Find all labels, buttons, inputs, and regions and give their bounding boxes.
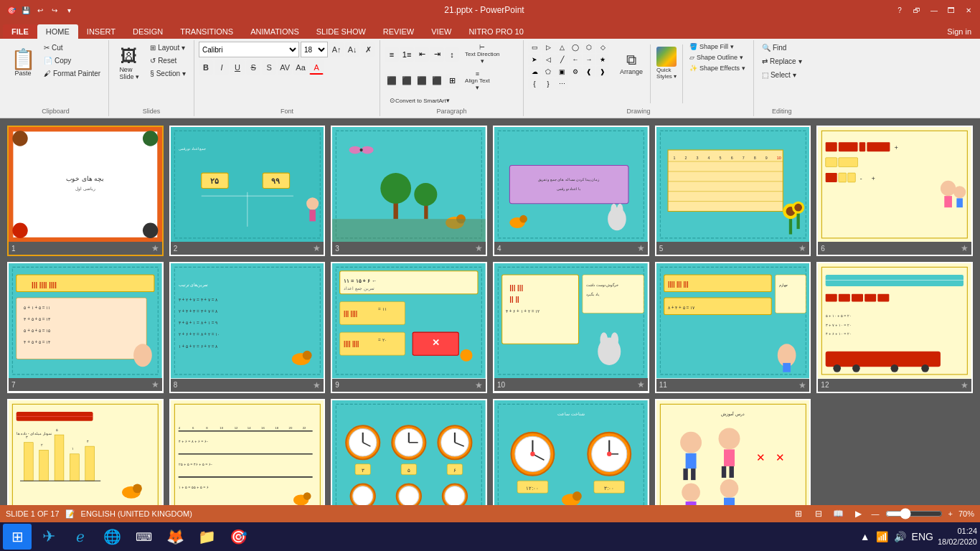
- shape-star[interactable]: ★: [596, 54, 609, 65]
- align-center-button[interactable]: ⬛: [400, 74, 414, 88]
- justify-button[interactable]: ⬛: [430, 74, 444, 88]
- decrease-font-button[interactable]: A↓: [345, 42, 359, 57]
- tab-review[interactable]: REVIEW: [374, 24, 423, 39]
- font-name-select[interactable]: Calibri: [199, 42, 299, 57]
- slide-item-1[interactable]: بچه های خوب ریاضی اول 1 ★: [7, 126, 164, 256]
- slide-item-5[interactable]: 1 2 3 4 5 6 7 8 9 10: [655, 126, 811, 256]
- slide-star-6[interactable]: ★: [961, 243, 969, 253]
- shape-diamond[interactable]: ◇: [596, 42, 609, 53]
- undo-quick-icon[interactable]: ↩: [34, 4, 46, 16]
- shape-right-arrow[interactable]: ➤: [528, 54, 541, 65]
- language[interactable]: ENGLISH (UNITED KINGDOM): [81, 509, 192, 518]
- slide-item-7[interactable]: ||| |||| |||| ۵ + ۱ + ۵ = ۱۱ ۳ + ۵ + ۵ =…: [7, 262, 164, 392]
- shape-gear[interactable]: ⚙: [569, 66, 582, 77]
- taskbar-ie2[interactable]: 🌐: [98, 524, 126, 550]
- align-right-button[interactable]: ⬛: [415, 74, 429, 88]
- shape-pent[interactable]: ⬠: [542, 66, 555, 77]
- zoom-slider[interactable]: [885, 508, 943, 519]
- slide-star-5[interactable]: ★: [798, 243, 806, 253]
- shape-brace-l[interactable]: {: [528, 78, 541, 90]
- save-quick-icon[interactable]: 💾: [20, 4, 32, 16]
- slide-item-10[interactable]: ||| ||| || || ۴ + ۶ + ۱ + ۲ = ۱۲ خرگوش د…: [493, 262, 649, 392]
- slide-sorter-button[interactable]: ⊟: [811, 507, 826, 521]
- tab-nitro[interactable]: NITRO PRO 10: [460, 24, 532, 39]
- cut-button[interactable]: ✂ Cut: [40, 42, 104, 54]
- increase-indent-button[interactable]: ⇥: [430, 47, 444, 62]
- layout-button[interactable]: ⊞ Layout ▾: [146, 42, 189, 54]
- tab-design[interactable]: DESIGN: [124, 24, 171, 39]
- new-slide-button[interactable]: 🖼 NewSlide ▾: [113, 42, 145, 85]
- replace-button[interactable]: ⇄ Replace ▾: [758, 55, 806, 67]
- slide-item-8[interactable]: تمرین‌های ترتیب ۳ + ۲ + ۷ = ۴ + ۷ = ۸ ۲ …: [169, 262, 326, 392]
- normal-view-button[interactable]: ⊞: [791, 507, 806, 521]
- shape-brace-r[interactable]: }: [542, 78, 555, 90]
- tray-arrow[interactable]: ▲: [859, 529, 872, 544]
- zoom-level[interactable]: 70%: [958, 509, 974, 518]
- slide-item-11[interactable]: |||| ||| ||| ۸ + ۴ + ۵ = ۱۷ چهارم 11 ★: [655, 262, 811, 392]
- start-button[interactable]: ⊞: [3, 524, 32, 550]
- format-painter-button[interactable]: 🖌 Format Painter: [40, 67, 104, 80]
- slide-star-7[interactable]: ★: [151, 380, 159, 390]
- shape-fill-button[interactable]: 🪣 Shape Fill ▾: [686, 42, 749, 52]
- shape-arrow[interactable]: ▷: [542, 42, 555, 53]
- shape-line[interactable]: ╱: [555, 54, 568, 65]
- slide-item-15[interactable]: ۳ ۵ ۶ 15 ★: [331, 399, 487, 506]
- slide-item-9[interactable]: ۱۱ = ۱۵ + ۶ ← تمرین جمع اعداد ||| |||| =…: [331, 262, 487, 392]
- align-text-button[interactable]: ≡ Align Text ▾: [460, 68, 495, 93]
- slide-star-2[interactable]: ★: [313, 243, 321, 253]
- taskbar-folder[interactable]: 📁: [192, 524, 221, 550]
- shape-outline-button[interactable]: ▱ Shape Outline ▾: [686, 52, 749, 62]
- restore-icon[interactable]: 🗗: [911, 4, 923, 16]
- redo-quick-icon[interactable]: ↪: [49, 4, 60, 16]
- slide-star-9[interactable]: ★: [475, 380, 483, 390]
- strikethrough-button[interactable]: S: [246, 60, 260, 75]
- clear-format-button[interactable]: ✗: [361, 42, 375, 57]
- convert-smartart-button[interactable]: ⊙ Convert to SmartArt ▾: [385, 95, 455, 106]
- close-icon[interactable]: ✕: [963, 4, 974, 16]
- shape-left-arrow[interactable]: ◁: [542, 54, 555, 65]
- shape-circle[interactable]: ◯: [569, 42, 582, 53]
- shape-bracket-r[interactable]: ❱: [596, 66, 609, 77]
- shape-rect[interactable]: ▭: [528, 42, 541, 53]
- columns-button[interactable]: ⊞: [445, 74, 459, 88]
- italic-button[interactable]: I: [215, 60, 229, 75]
- slide-item-12[interactable]: ۵ + ۱۰ + ۵ = ۲۰ ۳ + ۷ + ۱۰ = ۲۰ ۴ + ۶ + …: [816, 262, 973, 392]
- sign-in-button[interactable]: Sign in: [941, 24, 977, 39]
- zoom-in-icon[interactable]: +: [948, 509, 953, 518]
- tab-insert[interactable]: INSERT: [78, 24, 124, 39]
- slide-item-6[interactable]: + - + 6 ★: [816, 126, 973, 256]
- help-icon[interactable]: ?: [894, 4, 905, 16]
- section-button[interactable]: § Section ▾: [146, 67, 189, 80]
- font-size-select[interactable]: 18: [301, 42, 328, 57]
- slide-panel[interactable]: بچه های خوب ریاضی اول 1 ★ ۲۵ ۹۹: [0, 118, 980, 505]
- taskbar-clock[interactable]: 01:24 18/02/2020: [938, 526, 977, 548]
- slide-star-12[interactable]: ★: [961, 380, 969, 390]
- increase-font-button[interactable]: A↑: [329, 42, 344, 57]
- taskbar-ie[interactable]: ℯ: [66, 524, 95, 550]
- customize-icon[interactable]: ▾: [63, 4, 75, 16]
- shape-effects-button[interactable]: ✨ Shape Effects ▾: [686, 63, 749, 73]
- underline-button[interactable]: U: [230, 60, 245, 75]
- shadow-button[interactable]: S: [262, 60, 276, 75]
- shape-bracket-l[interactable]: ❰: [583, 66, 595, 77]
- tab-home[interactable]: HOME: [37, 24, 78, 39]
- align-left-button[interactable]: ⬛: [385, 74, 399, 88]
- shape-cloud[interactable]: ☁: [528, 66, 541, 77]
- minimize-icon[interactable]: —: [928, 4, 940, 16]
- slide-item-14[interactable]: 4 6 8 10 12 14 16 18 20 22 ۴ + ۶ = ۸ + ۶…: [169, 399, 326, 506]
- numbering-button[interactable]: 1≡: [400, 47, 414, 62]
- zoom-out-icon[interactable]: —: [872, 509, 880, 518]
- shape-triangle[interactable]: △: [555, 42, 568, 53]
- char-spacing-button[interactable]: AV: [278, 60, 292, 75]
- shape-hex[interactable]: ⬡: [583, 42, 595, 53]
- taskbar-keyboard[interactable]: ⌨: [129, 524, 158, 550]
- shape-left-arr2[interactable]: ←: [569, 54, 582, 65]
- text-direction-button[interactable]: ⊢ Text Direction ▾: [460, 42, 504, 67]
- bold-button[interactable]: B: [199, 60, 213, 75]
- shape-right-arr2[interactable]: →: [583, 54, 595, 65]
- tray-lang[interactable]: ENG: [910, 529, 935, 544]
- tab-animations[interactable]: ANIMATIONS: [242, 24, 308, 39]
- reset-button[interactable]: ↺ Reset: [146, 55, 189, 67]
- bullets-button[interactable]: ≡: [385, 47, 399, 62]
- taskbar-firefox[interactable]: 🦊: [161, 524, 189, 550]
